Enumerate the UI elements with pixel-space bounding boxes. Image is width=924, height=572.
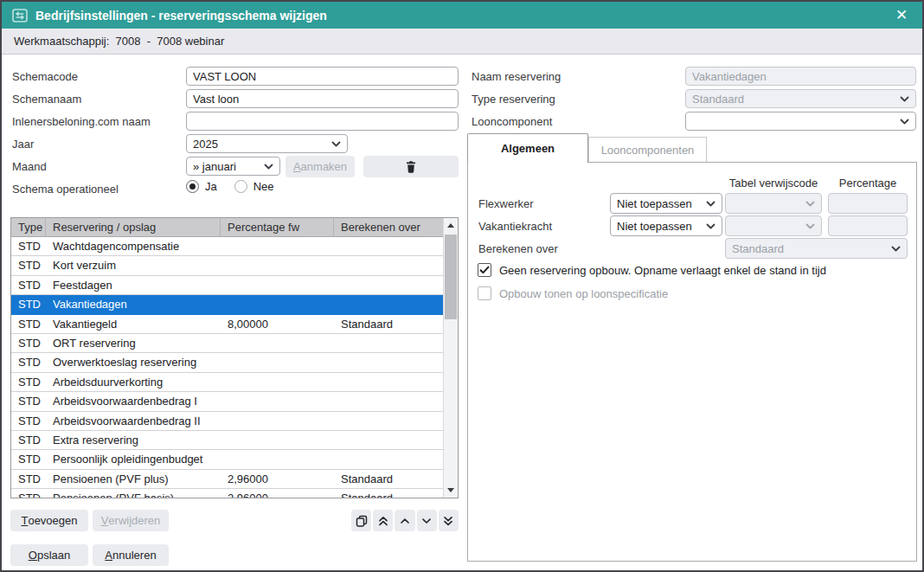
geen-reservering-checkbox[interactable] xyxy=(478,263,491,277)
vakantiekracht-verwijscode-select xyxy=(725,215,822,236)
chevron-down-icon xyxy=(900,119,909,125)
flexwerker-select[interactable]: Niet toepassen xyxy=(610,193,722,214)
table-cell-type: STD xyxy=(11,237,46,255)
aanmaken-button[interactable]: Aanmaken xyxy=(286,156,355,177)
jaar-select[interactable]: 2025 xyxy=(186,134,348,153)
table-row[interactable]: STDOverwerktoeslag reservering xyxy=(11,353,445,372)
table-cell-percentage: 8,00000 xyxy=(221,315,334,333)
tabel-verwijscode-header: Tabel verwijscode xyxy=(725,177,822,190)
table-cell-name: Arbeidsvoorwaardenbedrag I xyxy=(46,392,221,410)
tab-looncomponenten[interactable]: Looncomponenten xyxy=(588,137,707,163)
table-cell-berekenen xyxy=(334,276,445,294)
dialog-title: Bedrijfsinstellingen - reserveringsschem… xyxy=(35,9,327,22)
chevron-down-icon xyxy=(264,164,273,170)
schemanaam-label: Schemanaam xyxy=(12,93,81,106)
move-up-button[interactable] xyxy=(395,510,414,531)
col-percentage-fw: Percentage fw xyxy=(221,218,334,236)
table-cell-berekenen xyxy=(334,392,445,410)
table-cell-type: STD xyxy=(11,373,46,391)
table-cell-name: Vakantiegeld xyxy=(46,315,221,333)
table-cell-name: Vakantiedagen xyxy=(46,295,221,313)
vakantiekracht-percentage-input xyxy=(828,215,908,236)
table-cell-percentage xyxy=(221,295,334,313)
table-cell-berekenen xyxy=(334,334,445,352)
move-bottom-button[interactable] xyxy=(439,510,459,531)
chevron-up-icon xyxy=(399,515,411,527)
double-chevron-up-icon xyxy=(377,515,389,527)
schemacode-input[interactable] xyxy=(186,67,459,86)
table-row[interactable]: STDORT reservering xyxy=(11,334,445,353)
table-cell-berekenen xyxy=(334,450,445,468)
tab-algemeen[interactable]: Algemeen xyxy=(467,133,588,163)
table-row[interactable]: STDVakantiedagen xyxy=(11,295,445,314)
table-cell-name: Pensioenen (PVF plus) xyxy=(46,470,221,488)
table-cell-name: Arbeidsduurverkorting xyxy=(46,373,221,391)
table-cell-percentage xyxy=(221,450,334,468)
table-cell-name: Persoonlijk opleidingenbudget xyxy=(46,450,221,468)
chevron-down-icon xyxy=(805,201,815,207)
verwijderen-button[interactable]: Verwijderen xyxy=(93,510,169,531)
dialog-window: Bedrijfsinstellingen - reserveringsschem… xyxy=(0,0,924,572)
table-cell-percentage xyxy=(221,334,334,352)
table-cell-type: STD xyxy=(11,315,46,333)
jaar-label: Jaar xyxy=(12,138,34,151)
table-cell-berekenen xyxy=(334,237,445,255)
opslaan-button[interactable]: Opslaan xyxy=(10,544,88,566)
radio-nee[interactable] xyxy=(234,180,247,193)
flexwerker-label: Flexwerker xyxy=(478,197,534,210)
table-scrollbar[interactable] xyxy=(443,218,458,498)
opbouw-tonen-checkbox xyxy=(478,286,491,300)
table-row[interactable]: STDArbeidsduurverkorting xyxy=(11,373,445,392)
werkmaatschappij-bar: Werkmaatschappij: 7008 - 7008 webinar xyxy=(2,29,922,55)
annuleren-button[interactable]: Annuleren xyxy=(93,544,169,566)
type-reservering-select: Standaard xyxy=(685,89,916,108)
copy-row-button[interactable] xyxy=(351,510,371,531)
looncomponent-select[interactable] xyxy=(685,112,916,131)
table-cell-percentage xyxy=(221,412,334,430)
inlenersbeloning-input[interactable] xyxy=(186,112,459,131)
table-cell-berekenen xyxy=(334,295,445,313)
schemanaam-input[interactable] xyxy=(186,89,459,108)
chevron-down-icon xyxy=(891,246,901,252)
scroll-down-icon[interactable] xyxy=(444,483,458,498)
table-row[interactable]: STDPensioenen (PVF basis)2,96000Standaar… xyxy=(11,489,445,498)
radio-ja[interactable] xyxy=(186,180,199,193)
table-row[interactable]: STDPersoonlijk opleidingenbudget xyxy=(11,450,445,469)
table-row[interactable]: STDVakantiegeld8,00000Standaard xyxy=(11,315,445,334)
table-cell-type: STD xyxy=(11,353,46,371)
table-cell-percentage xyxy=(221,237,334,255)
inlenersbeloning-label: Inlenersbeloning.com naam xyxy=(12,115,151,128)
table-cell-name: Pensioenen (PVF basis) xyxy=(46,489,221,498)
scroll-up-icon[interactable] xyxy=(444,218,458,233)
table-row[interactable]: STDExtra reservering xyxy=(11,431,445,450)
table-row[interactable]: STDPensioenen (PVF plus)2,96000Standaard xyxy=(11,470,445,489)
table-cell-type: STD xyxy=(11,295,46,313)
close-icon[interactable]: ✕ xyxy=(889,2,914,29)
table-row[interactable]: STDWachtdagencompensatie xyxy=(11,237,445,256)
scrollbar-thumb[interactable] xyxy=(445,235,457,319)
maand-label: Maand xyxy=(12,160,47,173)
berekenen-over-label: Berekenen over xyxy=(478,242,558,255)
table-row[interactable]: STDArbeidsvoorwaardenbedrag I xyxy=(11,392,445,411)
move-top-button[interactable] xyxy=(373,510,393,531)
table-cell-type: STD xyxy=(11,256,46,274)
table-cell-name: Kort verzuim xyxy=(46,256,221,274)
table-row[interactable]: STDArbeidsvoorwaardenbedrag II xyxy=(11,412,445,431)
toevoegen-button[interactable]: Toevoegen xyxy=(10,510,88,531)
table-row[interactable]: STDFeestdagen xyxy=(11,276,445,295)
radio-ja-label: Ja xyxy=(205,180,217,193)
move-down-button[interactable] xyxy=(417,510,437,531)
maand-select[interactable]: » januari xyxy=(186,157,280,176)
vakantiekracht-select[interactable]: Niet toepassen xyxy=(610,215,722,236)
table-cell-berekenen xyxy=(334,431,445,449)
col-berekenen-over: Berekenen over xyxy=(334,218,445,236)
naam-reservering-label: Naam reservering xyxy=(472,70,561,83)
table-cell-type: STD xyxy=(11,392,46,410)
flexwerker-verwijscode-select xyxy=(725,193,822,214)
geen-reservering-checkbox-label: Geen reservering opbouw. Opname verlaagt… xyxy=(499,264,826,277)
table-row[interactable]: STDKort verzuim xyxy=(11,256,445,275)
flexwerker-percentage-input xyxy=(828,193,908,214)
table-cell-berekenen xyxy=(334,353,445,371)
table-cell-percentage xyxy=(221,276,334,294)
delete-month-button[interactable] xyxy=(363,156,459,177)
